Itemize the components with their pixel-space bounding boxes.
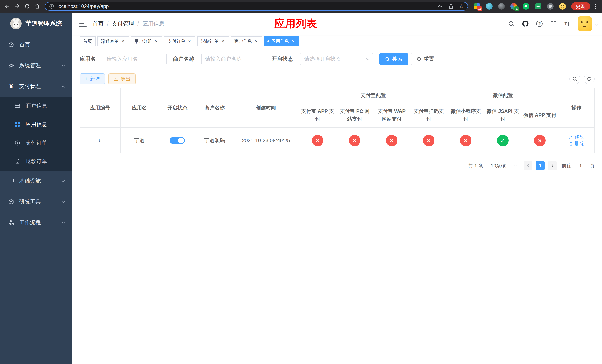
search-button[interactable]: 搜索: [379, 53, 408, 65]
address-bar[interactable]: localhost:1024/pay/app ☆: [45, 2, 468, 11]
status-check-icon: ✓: [497, 135, 508, 146]
extension-badge-count: 1: [515, 7, 519, 11]
tab-home[interactable]: 首页: [80, 36, 96, 46]
sidebar-item-refund-order[interactable]: 退款订单: [0, 152, 72, 171]
help-icon[interactable]: ?: [535, 20, 544, 28]
col-group-wechat: 微信配置: [447, 88, 558, 103]
sidebar-item-workflow[interactable]: 工作流程: [0, 212, 72, 233]
fullscreen-icon[interactable]: [549, 20, 558, 28]
passwords-key-icon[interactable]: [437, 3, 443, 9]
tab-process-form[interactable]: 流程表单×: [97, 36, 129, 46]
close-icon[interactable]: ×: [220, 39, 225, 44]
col-header-created: 创建时间: [233, 88, 299, 128]
reset-button[interactable]: 重置: [411, 53, 440, 65]
sidebar-item-label: 首页: [19, 41, 30, 49]
sidebar-item-app-info[interactable]: 应用信息: [0, 115, 72, 134]
tab-refund-order[interactable]: 退款订单×: [197, 36, 229, 46]
toggle-search-button[interactable]: [570, 74, 580, 84]
browser-update-button[interactable]: 更新: [571, 2, 590, 10]
status-select[interactable]: 请选择开启状态: [300, 53, 373, 65]
breadcrumb-payment[interactable]: 支付管理: [112, 20, 134, 28]
col-header-alipay-wap: 支付宝 WAP 网站支付: [373, 103, 410, 128]
status-cross-icon: ×: [386, 135, 398, 146]
extensions-row: 10 1: [473, 2, 567, 10]
extension-icon-3[interactable]: [498, 2, 505, 10]
pagination-total: 共 1 条: [468, 162, 483, 169]
share-icon[interactable]: [448, 3, 454, 9]
document-icon: [14, 158, 21, 165]
sidebar-item-home[interactable]: 首页: [0, 34, 72, 55]
page-size-select[interactable]: 10条/页: [488, 161, 520, 171]
cell-wechat-mini: ×: [447, 128, 484, 153]
page-number-1[interactable]: 1: [536, 161, 545, 170]
tab-merchant-info[interactable]: 商户信息×: [231, 36, 262, 46]
close-icon[interactable]: ×: [291, 39, 296, 44]
delete-link[interactable]: 删除: [569, 140, 584, 147]
refresh-table-button[interactable]: [584, 74, 595, 84]
extension-icon-7[interactable]: [547, 2, 554, 10]
logo-avatar: [10, 18, 22, 29]
home-icon[interactable]: [32, 2, 42, 11]
tab-user-group[interactable]: 用户分组×: [131, 36, 162, 46]
extension-icon-6[interactable]: [534, 2, 542, 10]
sidebar-item-infra[interactable]: 基础设施: [0, 171, 72, 192]
cell-actions: 修改 删除: [558, 128, 594, 153]
edit-link[interactable]: 修改: [569, 134, 584, 140]
user-avatar[interactable]: [578, 16, 592, 31]
sidebar-item-label: 研发工具: [19, 198, 41, 205]
pagination-goto: 前往 页: [562, 161, 595, 171]
sidebar-item-label: 基础设施: [19, 177, 41, 185]
close-icon[interactable]: ×: [154, 39, 159, 44]
next-page-button[interactable]: [548, 161, 557, 170]
col-header-wechat-app: 微信 APP 支付: [521, 103, 558, 128]
chevron-down-icon: [62, 179, 65, 182]
status-switch[interactable]: [170, 137, 185, 144]
top-navbar: 首页 / 支付管理 / 应用信息 应用列表 ? TT: [72, 13, 602, 35]
app-name-input[interactable]: [103, 53, 167, 65]
extension-icon-8[interactable]: [559, 2, 567, 10]
reload-icon[interactable]: [22, 2, 32, 11]
browser-menu-icon[interactable]: [592, 2, 599, 11]
close-icon[interactable]: ×: [187, 39, 192, 44]
extension-icon-4[interactable]: 1: [510, 2, 517, 10]
bookmark-star-icon[interactable]: ☆: [459, 3, 464, 9]
sidebar-item-merchant-info[interactable]: 商户信息: [0, 97, 72, 115]
close-icon[interactable]: ×: [120, 39, 125, 44]
sidebar-item-system[interactable]: 系统管理: [0, 55, 72, 76]
tab-pay-order[interactable]: 支付订单×: [164, 36, 195, 46]
sidebar-item-devtools[interactable]: 研发工具: [0, 192, 72, 212]
extension-icon-1[interactable]: 10: [473, 2, 481, 10]
tab-app-info[interactable]: 应用信息×: [264, 36, 299, 46]
extension-glyph: [523, 3, 529, 10]
trash-icon: [569, 141, 573, 146]
url-text[interactable]: localhost:1024/pay/app: [57, 3, 434, 9]
credit-card-icon: [14, 103, 21, 109]
grid-icon: [14, 121, 21, 128]
goto-page-input[interactable]: [574, 161, 587, 171]
sidebar-item-pay-order[interactable]: 支付订单: [0, 134, 72, 152]
app-table: 应用编号 应用名 开启状态 商户名称 创建时间 支付宝配置 微信配置 操作 支付…: [80, 88, 595, 153]
extension-icon-2[interactable]: [485, 2, 493, 10]
forward-icon[interactable]: [13, 2, 22, 11]
merchant-name-input[interactable]: [201, 53, 265, 65]
close-icon[interactable]: ×: [254, 39, 258, 44]
sidebar-toggle-icon[interactable]: [79, 21, 87, 27]
add-button[interactable]: + 新增: [80, 73, 105, 85]
col-header-wechat-jsapi: 微信 JSAPI 支付: [484, 103, 521, 128]
font-size-icon[interactable]: TT: [563, 20, 572, 28]
site-info-icon[interactable]: [49, 3, 54, 9]
pencil-icon: [569, 135, 573, 139]
status-cross-icon: ×: [460, 135, 472, 146]
export-button[interactable]: 导出: [108, 73, 136, 85]
search-icon[interactable]: [507, 20, 515, 28]
active-dot: [268, 40, 269, 42]
github-icon[interactable]: [521, 20, 529, 28]
extension-icon-5[interactable]: [522, 2, 530, 10]
breadcrumb: 首页 / 支付管理 / 应用信息: [93, 20, 165, 28]
sidebar-logo[interactable]: 芋道管理系统: [0, 13, 72, 34]
col-header-merchant: 商户名称: [196, 88, 233, 128]
sidebar-item-payment[interactable]: ¥ 支付管理: [0, 76, 72, 97]
back-icon[interactable]: [3, 2, 12, 11]
prev-page-button[interactable]: [524, 161, 532, 170]
breadcrumb-home[interactable]: 首页: [93, 20, 104, 28]
